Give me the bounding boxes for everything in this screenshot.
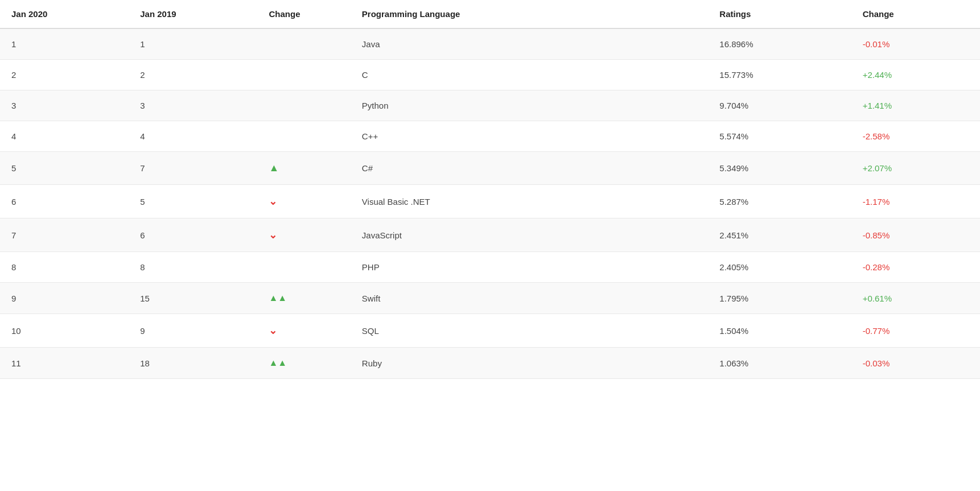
table-row: 65⌄Visual Basic .NET5.287%-1.17% [0,185,980,218]
arrow-up-double-icon: ▲▲ [269,358,287,368]
table-row: 22C15.773%+2.44% [0,60,980,90]
table-row: 88PHP2.405%-0.28% [0,252,980,283]
table-row: 11Java16.896%-0.01% [0,28,980,60]
header-language: Programming Language [351,0,708,28]
cell-jan2019: 5 [129,185,257,218]
cell-change-icon: ⌄ [257,218,350,252]
cell-change-icon: ▲▲ [257,283,350,314]
cell-jan2020: 7 [0,218,129,252]
table-container: Jan 2020 Jan 2019 Change Programming Lan… [0,0,980,491]
cell-jan2019: 2 [129,60,257,90]
cell-jan2020: 10 [0,314,129,348]
rankings-table: Jan 2020 Jan 2019 Change Programming Lan… [0,0,980,379]
cell-jan2019: 9 [129,314,257,348]
table-body: 11Java16.896%-0.01%22C15.773%+2.44%33Pyt… [0,28,980,379]
cell-change-icon: ⌄ [257,314,350,348]
cell-jan2019: 6 [129,218,257,252]
cell-language: Python [351,90,708,121]
cell-ratings: 1.063% [708,348,851,379]
cell-ratings: 5.574% [708,121,851,152]
cell-language: JavaScript [351,218,708,252]
cell-jan2019: 8 [129,252,257,283]
cell-rating-change: +0.61% [851,283,980,314]
cell-change-icon [257,60,350,90]
header-jan2020: Jan 2020 [0,0,129,28]
cell-language: Ruby [351,348,708,379]
cell-change-icon: ⌄ [257,185,350,218]
table-row: 915▲▲Swift1.795%+0.61% [0,283,980,314]
cell-ratings: 1.504% [708,314,851,348]
arrow-down-icon: ⌄ [269,229,277,241]
cell-ratings: 16.896% [708,28,851,60]
table-row: 44C++5.574%-2.58% [0,121,980,152]
header-change: Change [257,0,350,28]
table-row: 33Python9.704%+1.41% [0,90,980,121]
cell-language: C# [351,152,708,185]
arrow-down-icon: ⌄ [269,196,277,207]
cell-ratings: 5.287% [708,185,851,218]
cell-rating-change: +1.41% [851,90,980,121]
table-row: 1118▲▲Ruby1.063%-0.03% [0,348,980,379]
cell-change-icon [257,252,350,283]
cell-jan2019: 7 [129,152,257,185]
table-row: 57▲C#5.349%+2.07% [0,152,980,185]
table-row: 76⌄JavaScript2.451%-0.85% [0,218,980,252]
cell-rating-change: -2.58% [851,121,980,152]
cell-ratings: 5.349% [708,152,851,185]
cell-language: C [351,60,708,90]
cell-change-icon [257,90,350,121]
cell-ratings: 15.773% [708,60,851,90]
cell-ratings: 9.704% [708,90,851,121]
cell-language: Swift [351,283,708,314]
header-ratings: Ratings [708,0,851,28]
cell-jan2019: 15 [129,283,257,314]
cell-rating-change: -0.03% [851,348,980,379]
cell-jan2020: 3 [0,90,129,121]
cell-language: Visual Basic .NET [351,185,708,218]
cell-language: C++ [351,121,708,152]
arrow-down-icon: ⌄ [269,325,277,336]
cell-jan2020: 5 [0,152,129,185]
cell-change-icon: ▲▲ [257,348,350,379]
cell-jan2020: 2 [0,60,129,90]
cell-jan2020: 11 [0,348,129,379]
cell-ratings: 2.451% [708,218,851,252]
header-rchange: Change [851,0,980,28]
cell-change-icon [257,121,350,152]
cell-language: SQL [351,314,708,348]
cell-change-icon [257,28,350,60]
cell-language: PHP [351,252,708,283]
cell-jan2019: 18 [129,348,257,379]
cell-rating-change: -0.28% [851,252,980,283]
cell-rating-change: -1.17% [851,185,980,218]
cell-jan2020: 1 [0,28,129,60]
cell-ratings: 1.795% [708,283,851,314]
cell-change-icon: ▲ [257,152,350,185]
cell-jan2019: 1 [129,28,257,60]
cell-jan2019: 3 [129,90,257,121]
table-row: 109⌄SQL1.504%-0.77% [0,314,980,348]
cell-jan2020: 9 [0,283,129,314]
cell-rating-change: -0.77% [851,314,980,348]
table-header-row: Jan 2020 Jan 2019 Change Programming Lan… [0,0,980,28]
arrow-up-double-icon: ▲▲ [269,293,287,303]
arrow-up-icon: ▲ [269,162,279,174]
cell-jan2020: 8 [0,252,129,283]
header-jan2019: Jan 2019 [129,0,257,28]
cell-rating-change: -0.01% [851,28,980,60]
cell-jan2019: 4 [129,121,257,152]
cell-rating-change: +2.07% [851,152,980,185]
cell-rating-change: +2.44% [851,60,980,90]
cell-language: Java [351,28,708,60]
cell-jan2020: 4 [0,121,129,152]
cell-jan2020: 6 [0,185,129,218]
cell-ratings: 2.405% [708,252,851,283]
cell-rating-change: -0.85% [851,218,980,252]
